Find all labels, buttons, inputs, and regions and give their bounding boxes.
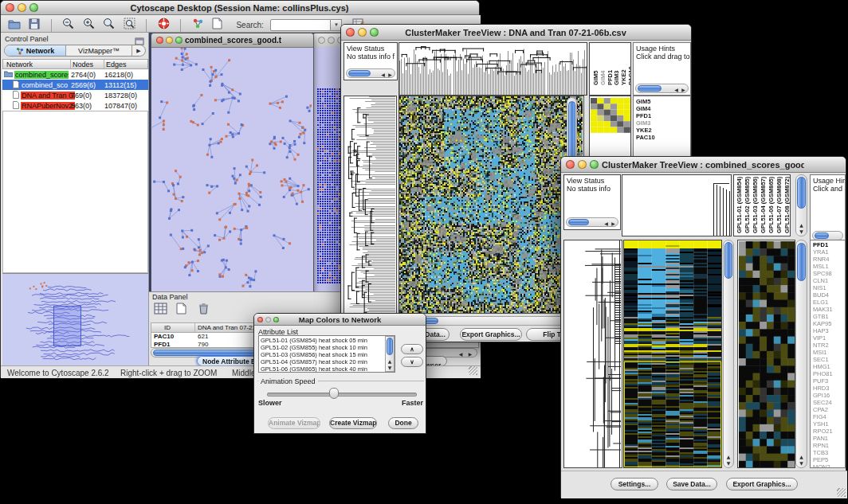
export-graphics-button[interactable]: Export Graphics... (460, 328, 522, 341)
view-status-scrollbar[interactable]: ◀ ▶ (566, 217, 618, 227)
scrollbar-thumb[interactable] (568, 219, 589, 225)
network-row[interactable]: combined_scores2764(0)16218(0) (2, 69, 148, 80)
attribute-item[interactable]: GPL51-02 (GSM855) heat shock 10 min (261, 344, 395, 351)
gene-label[interactable]: GIM3 (636, 119, 690, 127)
gene-label[interactable]: HAP3 (813, 327, 845, 334)
col-header-edges[interactable]: Edges (106, 61, 127, 68)
tab-vizmapper[interactable]: VizMapper™ (66, 45, 132, 56)
gene-label[interactable]: ELG1 (813, 299, 845, 306)
scroll-left-arrow[interactable]: ◀ (457, 351, 464, 357)
col-header-id[interactable]: ID (164, 324, 171, 331)
scroll-right-arrow[interactable]: ▶ (610, 221, 616, 226)
gene-label[interactable]: YSH1 (813, 420, 845, 428)
open-file-icon[interactable] (8, 18, 21, 33)
gene-label[interactable]: MSI1 (813, 349, 845, 356)
gene-label[interactable]: SEC24 (813, 399, 845, 406)
heatmap-hscrollbar[interactable] (399, 316, 583, 326)
gene-label[interactable]: PUF3 (813, 377, 845, 385)
gene-label[interactable]: GIM4 (636, 105, 690, 112)
scroll-down-arrow[interactable]: ▼ (386, 365, 394, 370)
search-input[interactable] (270, 19, 331, 31)
gene-label[interactable]: SPC98 (813, 270, 845, 277)
gene-label[interactable]: HRD3 (813, 385, 845, 392)
scroll-left-arrow[interactable]: ◀ (673, 87, 679, 92)
gene-label[interactable]: TCB3 (813, 449, 845, 456)
heatmap-vscrollbar[interactable]: ▲ ▼ (723, 240, 734, 468)
zoom-out-icon[interactable] (62, 18, 74, 33)
scroll-left-arrow[interactable]: ◀ (603, 221, 609, 226)
scrollbar-thumb[interactable] (815, 232, 829, 239)
network-canvas[interactable] (152, 48, 312, 295)
delete-attribute-icon[interactable] (198, 303, 209, 318)
usage-hints-scrollbar[interactable]: ◀ ▶ (635, 84, 689, 93)
gene-label[interactable]: MAK31 (813, 306, 845, 313)
zoom-in-icon[interactable] (83, 18, 95, 33)
gene-label[interactable]: PEP5 (813, 456, 845, 463)
gene-label[interactable]: GPI16 (813, 392, 845, 399)
network-overview-panel[interactable] (2, 273, 148, 366)
save-data-button[interactable]: Save Data... (666, 478, 717, 490)
scroll-down-arrow[interactable]: ▼ (796, 229, 807, 234)
minimize-button[interactable] (328, 37, 335, 44)
zoom-fit-icon[interactable] (124, 18, 135, 33)
view-status-scrollbar[interactable]: ◀ ▶ (346, 68, 395, 78)
treeview-dna-titlebar[interactable]: ClusterMaker TreeView : DNA and Tran 07-… (341, 25, 691, 41)
column-dendrogram-panel[interactable] (622, 174, 732, 236)
zoom-heatmap-vscrollbar[interactable]: ▲ ▼ (795, 240, 807, 468)
attribute-listbox[interactable]: GPL51-01 (GSM854) heat shock 05 minGPL51… (258, 335, 395, 373)
annotation-icon[interactable] (212, 18, 222, 33)
scroll-down-arrow[interactable]: ▼ (796, 460, 807, 466)
minimize-button[interactable] (166, 37, 173, 44)
network-row[interactable]: RNAPuberNov2+563(0)107847(0) (2, 100, 148, 111)
scroll-up-arrow[interactable]: ▲ (796, 222, 807, 228)
close-button[interactable] (566, 160, 575, 169)
scroll-up-arrow[interactable]: ▲ (796, 454, 807, 459)
gene-label[interactable]: HMG1 (813, 363, 845, 370)
scrollbar-thumb[interactable] (638, 85, 662, 92)
zoom-button[interactable] (590, 160, 599, 169)
animate-vizmap-button[interactable]: Animate Vizmap (268, 417, 320, 429)
attribute-item[interactable]: GPL51-03 (GSM856) heat shock 15 min (261, 351, 395, 358)
gene-label[interactable]: PHO81 (813, 370, 845, 377)
gene-label[interactable]: GTB1 (813, 313, 845, 320)
zoom-button[interactable] (273, 317, 279, 322)
column-dendrogram-canvas[interactable] (622, 175, 731, 236)
column-labels-scrollbar[interactable]: ▲ ▼ (795, 174, 807, 236)
gene-label[interactable]: GIM5 (636, 98, 690, 105)
column-dendrogram-panel[interactable] (398, 42, 587, 96)
network-overview-canvas[interactable] (4, 275, 147, 365)
scroll-up-arrow[interactable]: ▲ (386, 358, 394, 364)
gene-label[interactable]: PFD1 (636, 112, 690, 119)
column-dendrogram-canvas[interactable] (399, 43, 587, 95)
resize-grip[interactable] (837, 488, 846, 497)
scroll-left-arrow[interactable]: ◀ (380, 72, 386, 77)
vizmap-icon[interactable] (192, 18, 204, 33)
row-dendrogram-canvas[interactable] (564, 240, 621, 467)
save-icon[interactable] (29, 18, 40, 33)
gene-label[interactable]: NTR2 (813, 342, 845, 349)
gene-label[interactable]: FIG4 (813, 413, 845, 420)
gene-label[interactable]: RPN1 (813, 442, 845, 449)
network-row[interactable]: DNA and Tran 07769(0)183728(0) (2, 90, 148, 100)
scrollbar-thumb[interactable] (387, 338, 393, 355)
scrollbar-thumb[interactable] (797, 177, 806, 209)
gene-label[interactable]: PAC10 (636, 134, 690, 141)
attribute-item[interactable]: GPL51-01 (GSM854) heat shock 05 min (261, 337, 395, 344)
zoom-button[interactable] (29, 3, 38, 12)
attribute-select-icon[interactable] (154, 303, 167, 318)
scroll-right-arrow[interactable]: ▶ (681, 87, 686, 92)
gene-label[interactable]: NIS1 (813, 284, 845, 291)
gene-label[interactable]: VIP1 (813, 334, 845, 342)
col-header-network[interactable]: Network (6, 61, 33, 68)
minimize-button[interactable] (358, 28, 367, 37)
col-header-nodes[interactable]: Nodes (73, 61, 93, 68)
resize-grip[interactable] (469, 366, 477, 375)
heatmap-panel[interactable] (623, 240, 722, 468)
close-button[interactable] (156, 37, 163, 44)
heatmap-canvas[interactable] (624, 240, 721, 467)
minimize-button[interactable] (578, 160, 587, 169)
network-window-titlebar[interactable]: combined_scores_good.txt--cluste... (151, 33, 313, 48)
gene-label[interactable]: YRA1 (813, 248, 845, 256)
listbox-vscrollbar[interactable]: ▲ ▼ (385, 336, 395, 372)
export-graphics-button[interactable]: Export Graphics... (726, 478, 798, 490)
